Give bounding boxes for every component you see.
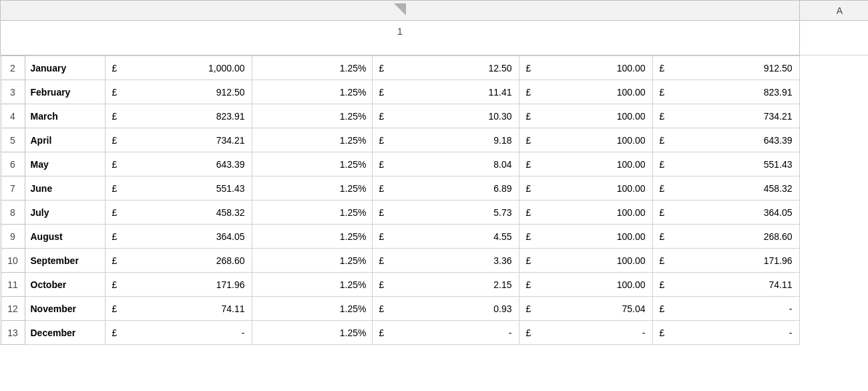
monthly-repayment-cell: £ 100.00 xyxy=(519,152,652,176)
month-cell: May xyxy=(25,152,105,176)
interest-accrued-cell: £ 5.73 xyxy=(372,201,519,225)
table-row: 4 March £ 823.91 1.25% £ 10.30 £ 100.00 … xyxy=(1,104,799,128)
month-cell: December xyxy=(25,321,105,345)
monthly-repayment-cell: £ 100.00 xyxy=(519,249,652,273)
interest-rate-cell: 1.25% xyxy=(252,297,372,321)
month-cell: August xyxy=(25,225,105,249)
monthly-repayment-cell: £ 75.04 xyxy=(519,297,652,321)
row-num-7: 7 xyxy=(1,176,25,201)
value-end-cell: £ 823.91 xyxy=(652,80,799,104)
interest-accrued-cell: £ 6.89 xyxy=(372,176,519,201)
data-rows: 2 January £ 1,000.00 1.25% £ 12.50 £ 100… xyxy=(1,55,800,345)
table-row: 8 July £ 458.32 1.25% £ 5.73 £ 100.00 £ … xyxy=(1,201,799,225)
month-cell: November xyxy=(25,297,105,321)
table-row: 6 May £ 643.39 1.25% £ 8.04 £ 100.00 £ 5… xyxy=(1,152,799,176)
row-num-6: 6 xyxy=(1,152,25,176)
interest-rate-cell: 1.25% xyxy=(252,249,372,273)
value-start-cell: £ 268.60 xyxy=(105,249,252,273)
month-cell: April xyxy=(25,128,105,152)
value-start-cell: £ 171.96 xyxy=(105,273,252,297)
value-end-cell: £ 734.21 xyxy=(652,104,799,128)
row-num-1: 1 xyxy=(1,21,800,55)
monthly-repayment-cell: £ 100.00 xyxy=(519,273,652,297)
value-end-cell: £ 74.11 xyxy=(652,273,799,297)
interest-accrued-cell: £ 0.93 xyxy=(372,297,519,321)
row-num-10: 10 xyxy=(1,249,25,273)
interest-rate-cell: 1.25% xyxy=(252,152,372,176)
row-num-9: 9 xyxy=(1,225,25,249)
row-num-2: 2 xyxy=(1,56,25,80)
interest-rate-cell: 1.25% xyxy=(252,104,372,128)
svg-marker-0 xyxy=(394,3,406,15)
interest-accrued-cell: £ - xyxy=(372,321,519,345)
value-start-cell: £ 551.43 xyxy=(105,176,252,201)
value-end-cell: £ 458.32 xyxy=(652,176,799,201)
table-row: 13 December £ - 1.25% £ - £ - £ - xyxy=(1,321,799,345)
value-start-cell: £ 1,000.00 xyxy=(105,56,252,80)
table-row: 12 November £ 74.11 1.25% £ 0.93 £ 75.04… xyxy=(1,297,799,321)
column-header-row: A B C D E F xyxy=(1,1,869,21)
col-letter-a: A xyxy=(800,1,869,21)
corner-cell xyxy=(1,1,800,21)
interest-accrued-cell: £ 9.18 xyxy=(372,128,519,152)
month-cell: October xyxy=(25,273,105,297)
value-end-cell: £ 643.39 xyxy=(652,128,799,152)
month-cell: March xyxy=(25,104,105,128)
interest-rate-cell: 1.25% xyxy=(252,321,372,345)
interest-accrued-cell: £ 11.41 xyxy=(372,80,519,104)
monthly-repayment-cell: £ - xyxy=(519,321,652,345)
monthly-repayment-cell: £ 100.00 xyxy=(519,176,652,201)
monthly-repayment-cell: £ 100.00 xyxy=(519,56,652,80)
interest-rate-cell: 1.25% xyxy=(252,176,372,201)
interest-rate-cell: 1.25% xyxy=(252,80,372,104)
table-row: 7 June £ 551.43 1.25% £ 6.89 £ 100.00 £ … xyxy=(1,176,799,201)
table-row: 11 October £ 171.96 1.25% £ 2.15 £ 100.0… xyxy=(1,273,799,297)
row-num-5: 5 xyxy=(1,128,25,152)
value-end-cell: £ - xyxy=(652,297,799,321)
interest-accrued-cell: £ 4.55 xyxy=(372,225,519,249)
row-num-4: 4 xyxy=(1,104,25,128)
interest-accrued-cell: £ 8.04 xyxy=(372,152,519,176)
value-start-cell: £ - xyxy=(105,321,252,345)
value-start-cell: £ 643.39 xyxy=(105,152,252,176)
table-row: 2 January £ 1,000.00 1.25% £ 12.50 £ 100… xyxy=(1,56,799,80)
monthly-repayment-cell: £ 100.00 xyxy=(519,225,652,249)
value-start-cell: £ 823.91 xyxy=(105,104,252,128)
table-row: 3 February £ 912.50 1.25% £ 11.41 £ 100.… xyxy=(1,80,799,104)
value-start-cell: £ 458.32 xyxy=(105,201,252,225)
interest-accrued-cell: £ 2.15 xyxy=(372,273,519,297)
value-start-cell: £ 912.50 xyxy=(105,80,252,104)
row-num-11: 11 xyxy=(1,273,25,297)
month-cell: January xyxy=(25,56,105,80)
interest-rate-cell: 1.25% xyxy=(252,128,372,152)
value-end-cell: £ 912.50 xyxy=(652,56,799,80)
interest-accrued-cell: £ 10.30 xyxy=(372,104,519,128)
month-cell: June xyxy=(25,176,105,201)
month-cell: February xyxy=(25,80,105,104)
table-row: 10 September £ 268.60 1.25% £ 3.36 £ 100… xyxy=(1,249,799,273)
row-num-12: 12 xyxy=(1,297,25,321)
row-num-3: 3 xyxy=(1,80,25,104)
month-cell: July xyxy=(25,201,105,225)
interest-rate-cell: 1.25% xyxy=(252,201,372,225)
monthly-repayment-cell: £ 100.00 xyxy=(519,104,652,128)
interest-accrued-cell: £ 12.50 xyxy=(372,56,519,80)
value-end-cell: £ 268.60 xyxy=(652,225,799,249)
value-end-cell: £ - xyxy=(652,321,799,345)
table-row: 5 April £ 734.21 1.25% £ 9.18 £ 100.00 £… xyxy=(1,128,799,152)
header-a xyxy=(800,21,869,55)
value-start-cell: £ 364.05 xyxy=(105,225,252,249)
value-end-cell: £ 364.05 xyxy=(652,201,799,225)
monthly-repayment-cell: £ 100.00 xyxy=(519,80,652,104)
row-num-8: 8 xyxy=(1,201,25,225)
table-row: 9 August £ 364.05 1.25% £ 4.55 £ 100.00 … xyxy=(1,225,799,249)
value-end-cell: £ 551.43 xyxy=(652,152,799,176)
month-cell: September xyxy=(25,249,105,273)
monthly-repayment-cell: £ 100.00 xyxy=(519,128,652,152)
row-1: 1 Value at start of month Interest rate … xyxy=(1,21,869,55)
value-start-cell: £ 734.21 xyxy=(105,128,252,152)
value-end-cell: £ 171.96 xyxy=(652,249,799,273)
interest-accrued-cell: £ 3.36 xyxy=(372,249,519,273)
interest-rate-cell: 1.25% xyxy=(252,225,372,249)
value-start-cell: £ 74.11 xyxy=(105,297,252,321)
